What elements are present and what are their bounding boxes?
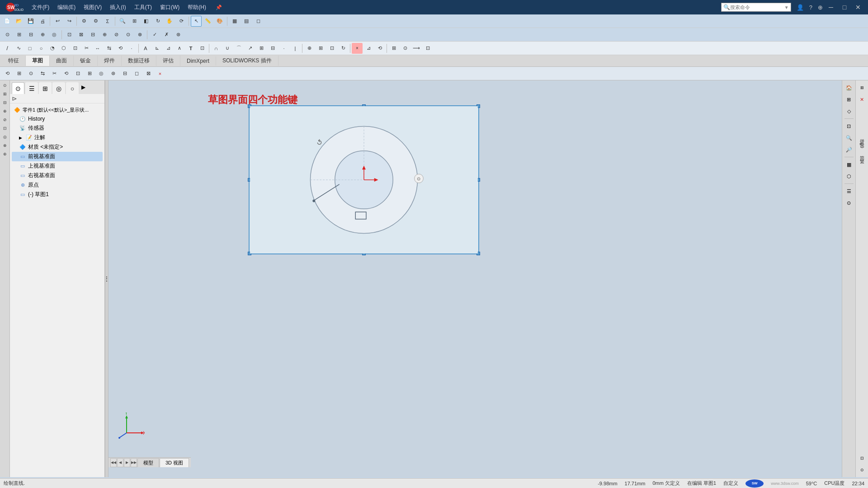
lib-btn2[interactable]: ⊞	[1, 90, 9, 98]
tb-move2[interactable]: ⟲	[374, 43, 385, 54]
tb-s7[interactable]: ⊠	[75, 29, 86, 40]
ime-traditional[interactable]: 繁	[858, 154, 867, 157]
tb-s15[interactable]: ⊛	[173, 29, 184, 40]
tb-spline[interactable]: ∿	[13, 43, 24, 54]
skt-snap[interactable]: ⊙	[25, 68, 36, 79]
menu-insert[interactable]: 插入(I)	[106, 3, 129, 12]
skt-grid[interactable]: ⊞	[14, 68, 24, 79]
menu-edit[interactable]: 编辑(E)	[54, 3, 79, 12]
tb-more2[interactable]: ∪	[222, 43, 233, 54]
expand-icon[interactable]: ⊕	[816, 3, 825, 12]
tree-sketch1[interactable]: ▭ (-) 草图1	[12, 190, 103, 199]
tb-constrain[interactable]: ⊿	[363, 43, 374, 54]
tb-more3[interactable]: ⌒	[233, 43, 244, 54]
tb-s2[interactable]: ⊞	[14, 29, 24, 40]
canvas-area[interactable]: 草图界面四个功能键 前视基准面	[108, 80, 842, 477]
rp-home[interactable]: 🏠	[844, 82, 854, 93]
rp-list[interactable]: ☰	[844, 186, 854, 197]
tb-circle[interactable]: ○	[36, 43, 47, 54]
nav-last[interactable]: ▶▶	[131, 458, 137, 467]
expand-arrow[interactable]: ▶	[80, 82, 87, 94]
tb-zoom-fit[interactable]: ⊞	[129, 16, 140, 27]
nav-prev[interactable]: ◀	[117, 458, 123, 467]
lib-btn3[interactable]: ⊟	[1, 99, 9, 107]
fr-more2[interactable]: ⊙	[857, 465, 868, 475]
tb-s9[interactable]: ⊕	[99, 29, 110, 40]
tb-convert[interactable]: ⟲	[115, 43, 126, 54]
tb-save[interactable]: 💾	[25, 16, 36, 27]
tb-offset[interactable]: ⊡	[70, 43, 80, 54]
tb-trim[interactable]: ✂	[81, 43, 92, 54]
tb-undo[interactable]: ↩	[52, 16, 63, 27]
ime-chinese[interactable]: 中	[858, 137, 867, 140]
tab-sheetmetal[interactable]: 钣金	[74, 56, 98, 66]
lp-tab-display[interactable]: ◎	[52, 82, 65, 94]
tree-top-plane[interactable]: ▭ 上视基准面	[12, 161, 103, 171]
lib-btn1[interactable]: ⊙	[1, 81, 9, 89]
lib-btn5[interactable]: ⊘	[1, 116, 9, 124]
tb-rebuild2[interactable]: ⚙	[90, 16, 101, 27]
fr-more1[interactable]: ⊡	[857, 453, 868, 464]
tb-extend[interactable]: ↔	[92, 43, 103, 54]
lib-btn4[interactable]: ⊕	[1, 107, 9, 115]
tree-front-plane[interactable]: ▭ 前视基准面	[12, 152, 103, 161]
skt-close[interactable]: ×	[155, 68, 165, 79]
tb-s10[interactable]: ⊘	[111, 29, 122, 40]
tb-t-text[interactable]: T	[185, 43, 196, 54]
tb-polygon[interactable]: ⬡	[58, 43, 69, 54]
tb-s11[interactable]: ⊙	[123, 29, 133, 40]
tree-right-plane[interactable]: ▭ 右视基准面	[12, 171, 103, 180]
tb-rebuild[interactable]: ⚙	[79, 16, 90, 27]
user-icon[interactable]: 👤	[795, 3, 806, 12]
ime-pinyin[interactable]: 拼	[858, 134, 867, 136]
tb-pattern[interactable]: ⊞	[315, 43, 326, 54]
tree-history[interactable]: 🕐 History	[12, 114, 103, 123]
tb-appearance[interactable]: 🎨	[214, 16, 225, 27]
minimize-button[interactable]: ─	[825, 3, 837, 12]
tb-arc[interactable]: ◔	[47, 43, 58, 54]
tab-3d-view[interactable]: 3D 视图	[160, 458, 189, 467]
tab-migration[interactable]: 数据迁移	[122, 56, 156, 66]
lp-tab-config[interactable]: ⊞	[39, 82, 52, 94]
rp-section[interactable]: ▦	[844, 159, 854, 170]
tb-s14[interactable]: ✗	[161, 29, 172, 40]
tb-display[interactable]: ◻	[253, 16, 264, 27]
skt-trim[interactable]: ✂	[49, 68, 60, 79]
close-button[interactable]: ✕	[852, 3, 864, 12]
skt-convert[interactable]: ⟲	[61, 68, 71, 79]
tb-s12[interactable]: ⊗	[134, 29, 145, 40]
panel-splitter[interactable]: ⋮	[105, 80, 108, 477]
tb-grid[interactable]: ⊞	[388, 43, 399, 54]
tab-evaluate[interactable]: 评估	[156, 56, 180, 66]
tb-s6[interactable]: ⊡	[64, 29, 75, 40]
tb-s1[interactable]: ⊙	[2, 29, 13, 40]
fr-grid[interactable]: ⊞	[857, 82, 868, 93]
tb-more1[interactable]: ∩	[211, 43, 222, 54]
nav-first[interactable]: ◀◀	[110, 458, 117, 467]
tree-annotations[interactable]: ▶ 📝 注解	[12, 133, 103, 142]
tb-more7[interactable]: ·	[278, 43, 289, 54]
tb-copy[interactable]: ⊕	[304, 43, 315, 54]
tb-rotate2[interactable]: ↻	[338, 43, 349, 54]
skt-exit[interactable]: ⟲	[2, 68, 13, 79]
tab-features[interactable]: 特征	[2, 56, 26, 66]
skt-circular[interactable]: ◎	[96, 68, 107, 79]
tb-mirror[interactable]: ⇆	[104, 43, 114, 54]
search-input[interactable]	[730, 5, 784, 10]
tree-origin[interactable]: ⊕ 原点	[12, 180, 103, 190]
skt-offset[interactable]: ⊡	[72, 68, 83, 79]
tree-sensors[interactable]: 📡 传感器	[12, 123, 103, 133]
skt-more3[interactable]: ⊠	[143, 68, 154, 79]
rp-zoom-fit[interactable]: ⊡	[844, 121, 854, 131]
tb-new[interactable]: 📄	[2, 16, 13, 27]
tb-text-tool[interactable]: A	[140, 43, 151, 54]
rp-view3d[interactable]: ⊞	[844, 94, 854, 105]
tb-pan[interactable]: ✋	[164, 16, 175, 27]
tb-3d-drag[interactable]: ⟳	[176, 16, 187, 27]
tb-relation[interactable]: ⟶	[411, 43, 422, 54]
tb-open[interactable]: 📂	[14, 16, 24, 27]
tb-rel[interactable]: ⊿	[163, 43, 174, 54]
skt-mirror[interactable]: ⇆	[37, 68, 48, 79]
tb-measure[interactable]: 📏	[203, 16, 213, 27]
tb-point[interactable]: ·	[126, 43, 137, 54]
